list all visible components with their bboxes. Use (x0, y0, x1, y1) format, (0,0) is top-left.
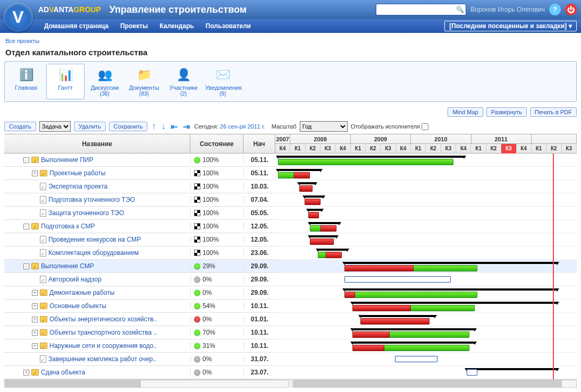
gantt-bar[interactable] (310, 238, 334, 245)
table-row[interactable]: +Демонтажные работы 0% 29.09. (4, 286, 275, 300)
logo-icon[interactable]: V (3, 2, 33, 32)
tool-tab-5[interactable]: ✉️Уведомления(9) (204, 64, 242, 99)
gantt-bar[interactable] (278, 156, 464, 158)
tree-toggle-icon[interactable]: + (32, 303, 38, 309)
table-row[interactable]: Подготовка уточненного ТЭО 100% 07.04. (4, 193, 275, 207)
gantt-bar[interactable] (467, 369, 477, 376)
table-row[interactable]: +Основные объекты 54% 10.11. (4, 300, 275, 313)
gantt-bar[interactable] (467, 368, 557, 370)
tree-toggle-icon[interactable]: - (23, 157, 29, 163)
show-performer-input[interactable] (422, 123, 428, 130)
gantt-bar[interactable] (352, 345, 384, 351)
gantt-bar[interactable] (299, 185, 313, 192)
col-name-header[interactable]: Название (4, 134, 190, 153)
print-pdf-button[interactable]: Печать в PDF (530, 107, 577, 117)
tool-tab-0[interactable]: ℹ️Главная (7, 64, 45, 99)
table-row[interactable]: +Объекты транспортного хозяйства .. 70% … (4, 326, 275, 339)
move-down-icon[interactable]: ↓ (160, 122, 166, 131)
search-box[interactable]: 🔍 (376, 4, 466, 15)
tree-toggle-icon[interactable]: + (32, 290, 38, 296)
table-row[interactable]: Авторский надзор 0% 29.09. (4, 273, 275, 286)
gantt-bar[interactable] (318, 252, 326, 258)
tree-toggle-icon[interactable]: + (32, 317, 38, 322)
table-row[interactable]: Проведение конкурсов на СМР 100% 12.05. (4, 233, 275, 246)
gantt-bar[interactable] (352, 305, 411, 311)
outdent-icon[interactable]: ⇤ (170, 122, 179, 132)
gantt-bar[interactable] (308, 212, 319, 218)
tool-tab-3[interactable]: 📁Документы(83) (125, 64, 163, 99)
tool-tab-2[interactable]: 👥Дискуссии(36) (86, 64, 124, 99)
table-row[interactable]: Защита уточненного ТЭО 100% 05.05. (4, 207, 275, 220)
table-row[interactable]: Комплектация оборудованием 100% 23.06. (4, 246, 275, 260)
tool-tab-4[interactable]: 👤Участники(2) (164, 64, 203, 99)
table-row[interactable]: Экспертиза проекта 100% 10.03. (4, 180, 275, 193)
gantt-bar[interactable] (305, 195, 323, 198)
gantt-bar[interactable] (310, 222, 339, 224)
search-input[interactable] (378, 6, 456, 13)
table-row[interactable]: Завершение комплекса работ очер.. 0% 31.… (4, 353, 275, 366)
scale-select[interactable]: Год (300, 121, 348, 132)
menu-projects[interactable]: Проекты (114, 20, 154, 32)
help-icon[interactable]: ? (549, 4, 561, 15)
save-button[interactable]: Сохранить (109, 122, 148, 131)
move-up-icon[interactable]: ↑ (150, 122, 157, 131)
table-row[interactable]: +Сдача объекта 0% 23.07. (4, 366, 275, 379)
logout-icon[interactable]: ⏻ (565, 4, 577, 15)
mindmap-button[interactable]: Mind Map (448, 107, 483, 117)
quarter-header: К1 (290, 144, 305, 154)
user-link[interactable]: Воронов Игорь Олегович (470, 6, 545, 13)
gantt-bar[interactable] (278, 169, 321, 171)
gantt-bar[interactable] (360, 315, 435, 317)
col-state-header[interactable]: Состояние (190, 134, 243, 153)
gantt-bar[interactable] (278, 159, 453, 165)
table-row[interactable]: +Наружные сети и сооружения водо.. 31% 1… (4, 339, 275, 353)
table-row[interactable]: -Выполнение ПИР 100% 05.11. (4, 154, 275, 167)
table-row[interactable]: +Проектные работы 100% 05.11. (4, 167, 275, 180)
gantt-bar[interactable] (344, 265, 414, 271)
gantt-bar[interactable] (344, 276, 451, 283)
gantt-bar[interactable] (344, 288, 557, 291)
indent-icon[interactable]: ⇥ (182, 122, 191, 132)
horizontal-scrollbar[interactable] (4, 379, 577, 388)
table-row[interactable]: +Объекты энергетического хозяйств.. 0% 0… (4, 313, 275, 326)
gantt-bar[interactable] (344, 292, 477, 298)
gantt-bar[interactable] (299, 182, 315, 184)
breadcrumb-link[interactable]: Все проекты (5, 38, 39, 44)
quarter-header: К1 (411, 144, 426, 154)
search-icon[interactable]: 🔍 (456, 6, 464, 13)
gantt-bar[interactable] (344, 292, 355, 298)
tree-toggle-icon[interactable]: + (32, 330, 38, 336)
gantt-bar[interactable] (305, 199, 321, 205)
menu-calendar[interactable]: Календарь (154, 20, 200, 32)
gantt-bar[interactable] (395, 356, 437, 362)
gantt-bar[interactable] (360, 318, 430, 325)
delete-button[interactable]: Удалить (74, 122, 106, 131)
gantt-bar[interactable] (310, 225, 321, 232)
gantt-bar[interactable] (308, 209, 322, 211)
gantt-bar[interactable] (318, 249, 347, 251)
tool-tab-1[interactable]: 📊Гантт (46, 64, 85, 99)
create-button[interactable]: Создать (4, 122, 36, 131)
gantt-bar[interactable] (344, 262, 557, 264)
gantt-bar[interactable] (278, 172, 294, 178)
quarter-header: К3 (441, 144, 456, 154)
gantt-bar[interactable] (310, 235, 336, 237)
bookmarks-dropdown[interactable]: [Последние посещенные и закладки] ▾ (444, 21, 577, 31)
gantt-bar[interactable] (352, 342, 475, 344)
tree-toggle-icon[interactable]: + (32, 343, 38, 349)
tree-toggle-icon[interactable]: + (23, 370, 29, 376)
table-row[interactable]: -Выполнение СМР 29% 29.09. (4, 260, 275, 273)
tree-toggle-icon[interactable]: - (23, 224, 29, 229)
table-row[interactable]: -Подготовка к СМР 100% 12.05. (4, 220, 275, 233)
show-performer-checkbox[interactable]: Отображать исполнителя (351, 123, 428, 130)
create-type-select[interactable]: Задача (39, 121, 71, 132)
tree-toggle-icon[interactable]: - (23, 263, 29, 269)
gantt-bar[interactable] (352, 302, 557, 304)
tree-toggle-icon[interactable]: + (32, 171, 38, 176)
expand-button[interactable]: Развернуть (486, 107, 527, 117)
menu-users[interactable]: Пользователи (200, 20, 257, 32)
col-start-header[interactable]: Нач (243, 134, 275, 153)
gantt-bar[interactable] (352, 328, 475, 330)
gantt-bar[interactable] (352, 331, 390, 338)
menu-home[interactable]: Домашняя страница (38, 20, 114, 32)
